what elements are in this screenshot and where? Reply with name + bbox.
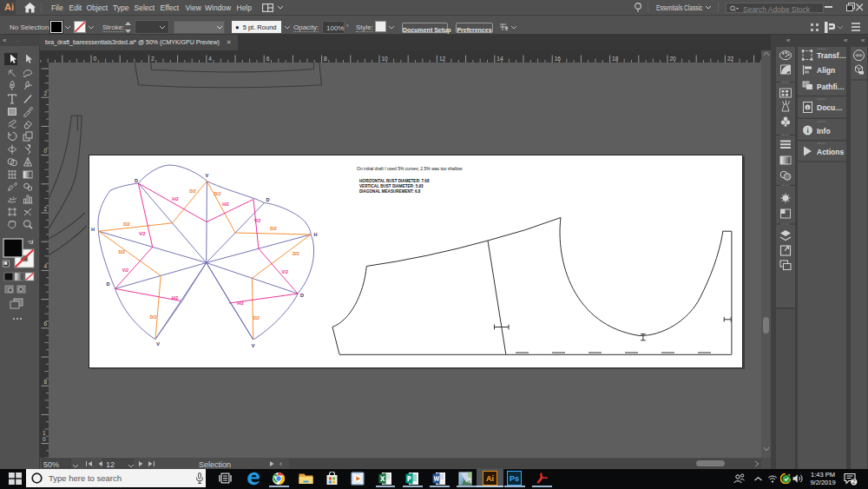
svg-text:D/2: D/2 [253, 316, 260, 320]
svg-text:D/2: D/2 [293, 252, 299, 256]
svg-text:10: 10 [382, 56, 389, 62]
svg-text:2: 2 [44, 90, 48, 96]
svg-text:D: D [300, 293, 304, 298]
svg-text:4: 4 [44, 263, 48, 269]
svg-text:H/2: H/2 [237, 301, 244, 306]
svg-text:On initial draft I used 5% cur: On initial draft I used 5% curves; 2.5% … [357, 166, 463, 171]
svg-text:2: 2 [852, 479, 856, 485]
svg-text:0: 0 [44, 148, 48, 154]
svg-text:22: 22 [727, 56, 734, 62]
svg-text:16: 16 [555, 56, 562, 62]
svg-text:12: 12 [439, 56, 446, 62]
svg-text:6: 6 [266, 56, 270, 62]
svg-text:2: 2 [151, 56, 155, 62]
svg-text:2: 2 [44, 206, 48, 212]
svg-text:V: V [252, 343, 255, 348]
svg-text:V/2: V/2 [282, 270, 289, 274]
svg-text:8: 8 [468, 476, 472, 485]
svg-text:D: D [266, 197, 270, 202]
svg-text:Ps: Ps [510, 474, 519, 483]
svg-text:D/2: D/2 [270, 227, 277, 231]
svg-text:D: D [135, 178, 138, 183]
svg-text:D/2: D/2 [189, 189, 196, 194]
svg-text:D/2: D/2 [214, 192, 221, 196]
svg-text:1: 1 [43, 430, 46, 436]
svg-text:4: 4 [208, 56, 212, 62]
svg-text:D/2: D/2 [123, 222, 130, 227]
svg-text:V/2: V/2 [139, 232, 146, 236]
svg-text:DIAGONAL MEASUREMENT: 6.8: DIAGONAL MEASUREMENT: 6.8 [359, 189, 421, 194]
svg-text:18: 18 [612, 56, 619, 62]
svg-text:Ai: Ai [486, 474, 494, 483]
svg-text:D: D [107, 281, 110, 287]
svg-text:VERTICAL BUST DIAMETER: 5.93: VERTICAL BUST DIAMETER: 5.93 [359, 184, 424, 188]
svg-text:V: V [156, 341, 160, 347]
svg-text:V/2: V/2 [122, 268, 129, 273]
svg-text:8: 8 [44, 379, 48, 385]
svg-text:6: 6 [44, 320, 48, 327]
svg-text:H/2: H/2 [172, 197, 179, 202]
svg-text:D/2: D/2 [119, 250, 126, 254]
svg-text:V/2: V/2 [254, 219, 261, 223]
svg-text:H/2: H/2 [172, 296, 179, 301]
svg-text:0: 0 [94, 56, 97, 62]
svg-text:H/2: H/2 [222, 202, 229, 207]
svg-text:V: V [206, 173, 209, 178]
svg-text:8: 8 [324, 56, 327, 62]
svg-text:20: 20 [670, 56, 677, 62]
svg-text:14: 14 [496, 56, 503, 62]
svg-text:H: H [314, 232, 318, 237]
svg-text:D/2: D/2 [150, 315, 157, 320]
svg-text:0: 0 [43, 436, 46, 442]
svg-text:H: H [91, 227, 95, 232]
svg-text:HORIZONTAL BUST DIAMETER: 7.68: HORIZONTAL BUST DIAMETER: 7.68 [359, 179, 430, 183]
